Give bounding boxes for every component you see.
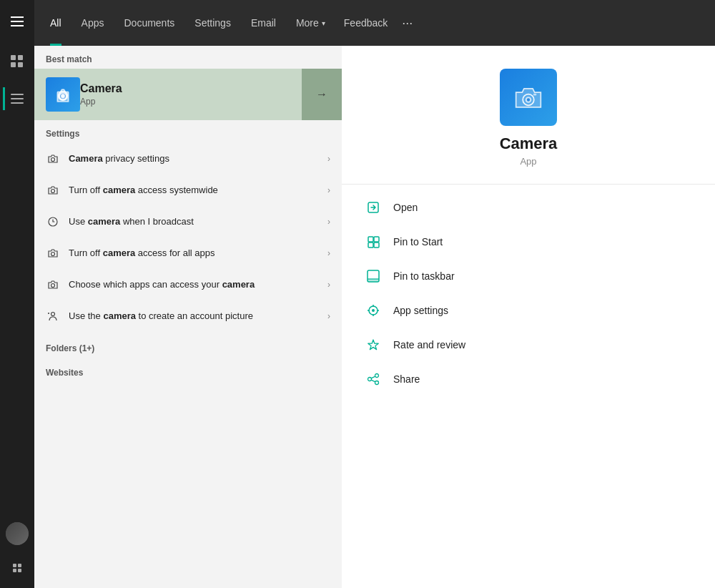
- svg-point-27: [527, 98, 530, 101]
- item-text: Turn off camera access systemwide: [69, 185, 327, 197]
- list-item[interactable]: Turn off camera access for all apps ›: [34, 237, 342, 269]
- app-name: Camera: [500, 134, 558, 153]
- svg-rect-10: [18, 569, 21, 572]
- chevron-right-icon: ›: [327, 311, 330, 321]
- svg-point-18: [51, 190, 55, 193]
- tab-apps[interactable]: Apps: [72, 0, 114, 46]
- settings-section-label: Settings: [34, 120, 342, 143]
- svg-rect-8: [18, 564, 21, 567]
- svg-point-17: [51, 158, 55, 162]
- chevron-right-icon: ›: [327, 185, 330, 195]
- svg-rect-35: [368, 279, 379, 282]
- sidebar-bottom-icon[interactable]: [11, 562, 23, 577]
- svg-rect-0: [11, 55, 16, 60]
- camera-access-icon: [46, 183, 60, 197]
- results-area: Best match Camera: [34, 46, 342, 588]
- camera-choose-apps-icon: [46, 278, 60, 292]
- svg-point-20: [51, 253, 55, 256]
- action-label: Rate and review: [393, 339, 465, 351]
- svg-point-44: [375, 381, 379, 385]
- best-match-item[interactable]: Camera App →: [34, 69, 342, 120]
- app-settings-icon: [365, 302, 382, 319]
- camera-app-result[interactable]: Camera App: [34, 69, 302, 120]
- tab-documents[interactable]: Documents: [114, 0, 184, 46]
- svg-rect-3: [18, 62, 23, 67]
- sidebar-icon-list[interactable]: [3, 84, 31, 113]
- svg-rect-33: [374, 242, 379, 248]
- open-icon: [365, 199, 382, 216]
- action-label: Share: [393, 373, 420, 385]
- camera-app-icon: [46, 77, 80, 112]
- tab-settings[interactable]: Settings: [184, 0, 241, 46]
- svg-rect-5: [11, 98, 24, 99]
- sidebar: [0, 0, 34, 588]
- action-label: App settings: [393, 305, 448, 316]
- action-label: Open: [393, 202, 418, 213]
- user-avatar[interactable]: [6, 522, 29, 545]
- actions-list: Open Pin to Start Pin to: [342, 185, 715, 402]
- sidebar-icon-grid[interactable]: [3, 47, 31, 76]
- item-text: Camera privacy settings: [69, 153, 327, 165]
- camera-app-name: Camera: [80, 82, 122, 95]
- item-text: Use camera when I broadcast: [69, 216, 327, 228]
- pin-start-icon: [365, 233, 382, 250]
- svg-rect-31: [374, 237, 379, 242]
- best-match-arrow[interactable]: →: [302, 69, 342, 120]
- websites-label: Websites: [46, 356, 330, 381]
- item-text: Use the camera to create an account pict…: [69, 310, 327, 323]
- best-match-label: Best match: [34, 46, 342, 69]
- svg-rect-32: [368, 242, 373, 248]
- svg-point-22: [51, 313, 55, 316]
- action-pin-taskbar[interactable]: Pin to taskbar: [342, 259, 715, 293]
- rate-review-icon: [365, 336, 382, 353]
- camera-privacy-icon: [46, 152, 60, 166]
- folders-section: Folders (1+) Websites: [34, 332, 342, 386]
- svg-rect-4: [11, 94, 24, 95]
- action-rate-review[interactable]: Rate and review: [342, 328, 715, 362]
- svg-line-46: [371, 376, 375, 378]
- tab-all[interactable]: All: [40, 0, 72, 46]
- camera-app-text: Camera App: [80, 82, 122, 107]
- account-picture-icon: [46, 309, 60, 323]
- action-open[interactable]: Open: [342, 190, 715, 225]
- svg-rect-6: [11, 102, 24, 104]
- share-icon: [365, 371, 382, 388]
- list-item[interactable]: Camera privacy settings ›: [34, 143, 342, 175]
- action-label: Pin to Start: [393, 236, 443, 248]
- action-pin-start[interactable]: Pin to Start: [342, 225, 715, 259]
- list-item[interactable]: Choose which apps can access your camera…: [34, 269, 342, 300]
- svg-line-47: [371, 380, 375, 382]
- folders-label: Folders (1+): [46, 338, 330, 356]
- feedback-button[interactable]: Feedback: [335, 17, 396, 29]
- chevron-right-icon: ›: [327, 248, 330, 258]
- more-options-button[interactable]: ···: [396, 16, 418, 31]
- svg-rect-7: [13, 564, 16, 567]
- item-text: Turn off camera access for all apps: [69, 248, 327, 260]
- hamburger-menu[interactable]: [3, 7, 31, 36]
- action-share[interactable]: Share: [342, 362, 715, 396]
- svg-point-38: [372, 309, 375, 312]
- pin-taskbar-icon: [365, 268, 382, 285]
- list-item[interactable]: Turn off camera access systemwide ›: [34, 175, 342, 206]
- svg-rect-28: [533, 94, 536, 96]
- action-app-settings[interactable]: App settings: [342, 293, 715, 328]
- svg-point-16: [61, 94, 64, 98]
- app-type: App: [520, 156, 536, 167]
- nav-bar: All Apps Documents Settings Email More ▾…: [34, 0, 342, 46]
- svg-point-45: [368, 378, 372, 381]
- svg-rect-30: [368, 237, 373, 242]
- list-item[interactable]: Use the camera to create an account pict…: [34, 300, 342, 332]
- broadcast-settings-icon: [46, 215, 60, 229]
- search-panel: All Apps Documents Settings Email More ▾…: [34, 0, 342, 588]
- right-panel: Camera App Open Pin to Start: [342, 46, 715, 588]
- action-label: Pin to taskbar: [393, 270, 455, 282]
- tab-more[interactable]: More ▾: [286, 0, 335, 46]
- tab-email[interactable]: Email: [241, 0, 286, 46]
- chevron-right-icon: ›: [327, 154, 330, 164]
- settings-items: Camera privacy settings › Turn off camer…: [34, 143, 342, 332]
- item-text: Choose which apps can access your camera: [69, 279, 327, 291]
- camera-app-type: App: [80, 97, 122, 107]
- svg-rect-2: [11, 62, 16, 67]
- list-item[interactable]: Use camera when I broadcast ›: [34, 206, 342, 237]
- app-icon-large: [500, 69, 557, 126]
